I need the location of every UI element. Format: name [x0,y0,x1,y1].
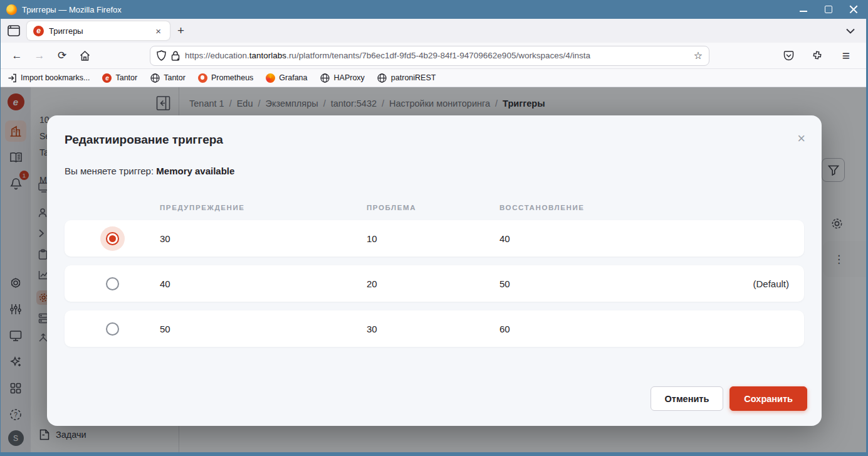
radio-unselected[interactable] [106,322,119,336]
bookmark-prometheus[interactable]: Prometheus [198,73,253,83]
globe-icon [150,73,160,83]
list-tabs-chevron-icon[interactable] [846,28,861,34]
radio-selected[interactable] [106,232,119,245]
prometheus-icon [198,73,207,83]
bookmark-tantor-2[interactable]: Tantor [150,73,186,83]
firefox-window: Триггеры — Mozilla Firefox e Триггеры × … [0,0,868,456]
tab-close-icon[interactable]: × [153,25,164,37]
navigation-toolbar: ← → ⟳ https://education.tantorlabs.ru/pl… [1,43,866,69]
trigger-option-row-3[interactable]: 50 30 60 [65,310,804,347]
radio-unselected[interactable] [106,277,119,290]
warning-value: 40 [160,278,367,289]
back-button[interactable]: ← [7,46,27,65]
bookmark-star-icon[interactable]: ☆ [694,50,703,61]
bookmarks-toolbar: Import bookmarks... e Tantor Tantor Prom… [1,69,866,87]
column-header-problem: ПРОБЛЕМА [367,204,499,211]
firefox-view-icon[interactable] [6,23,22,39]
minimize-button[interactable] [799,5,808,14]
bookmark-import[interactable]: Import bookmarks... [7,73,90,83]
edit-trigger-modal: Редактиирование триггера × Вы меняете тр… [47,115,822,426]
warning-value: 30 [160,233,367,244]
firefox-icon [6,4,17,15]
recovery-value: 40 [499,233,729,244]
connection-lock-icon[interactable] [171,51,180,61]
recovery-value: 60 [499,324,729,334]
warning-value: 50 [160,324,367,334]
modal-title: Редактиирование триггера [65,133,804,147]
table-header-row: . ПРЕДУПРЕЖДЕНИЕ ПРОБЛЕМА ВОССТАНОВЛЕНИЕ [65,204,804,211]
extensions-icon[interactable] [807,46,827,65]
trigger-name: Memory available [156,166,234,176]
tab-title: Триггеры [49,26,148,36]
column-header-recovery: ВОССТАНОВЛЕНИЕ [499,204,804,211]
bookmark-grafana[interactable]: Grafana [266,73,307,83]
cancel-button[interactable]: Отменить [651,386,724,411]
tab-triggers[interactable]: e Триггеры × [27,21,170,40]
close-window-button[interactable] [849,5,858,14]
menu-hamburger-icon[interactable]: ≡ [836,46,856,65]
bookmark-haproxy[interactable]: HAProxy [320,73,365,83]
globe-icon [320,73,330,83]
forward-button[interactable]: → [29,46,50,65]
tab-bar: e Триггеры × + [1,19,866,43]
recovery-value: 50 [499,278,729,289]
pocket-icon[interactable] [778,46,798,65]
url-text: https://education.tantorlabs.ru/platform… [185,51,689,60]
new-tab-button[interactable]: + [170,24,192,38]
tracking-shield-icon[interactable] [157,50,166,61]
modal-close-icon[interactable]: × [797,132,805,146]
grafana-icon [266,73,275,83]
bookmark-patronirest[interactable]: patroniREST [377,73,436,83]
window-title: Триггеры — Mozilla Firefox [22,5,122,14]
default-note: (Default) [729,278,804,289]
url-bar[interactable]: https://education.tantorlabs.ru/platform… [150,46,709,66]
tantor-icon: e [102,73,112,83]
column-header-warning: ПРЕДУПРЕЖДЕНИЕ [160,204,367,211]
problem-value: 10 [367,233,499,244]
save-button[interactable]: Сохранить [729,386,807,411]
import-icon [7,73,17,83]
problem-value: 20 [367,278,499,289]
problem-value: 30 [367,324,499,334]
home-button[interactable] [75,46,95,65]
trigger-option-row-1[interactable]: 30 10 40 [65,220,804,257]
maximize-button[interactable] [824,5,833,14]
tantor-favicon-icon: e [33,26,44,36]
bookmark-tantor-1[interactable]: e Tantor [102,73,137,83]
window-titlebar: Триггеры — Mozilla Firefox [0,0,868,19]
trigger-option-row-2[interactable]: 40 20 50 (Default) [65,265,804,302]
globe-icon [377,73,387,83]
modal-subtitle: Вы меняете триггер: Memory available [65,166,804,176]
page-content: e 1 [1,87,866,452]
reload-button[interactable]: ⟳ [52,46,72,65]
